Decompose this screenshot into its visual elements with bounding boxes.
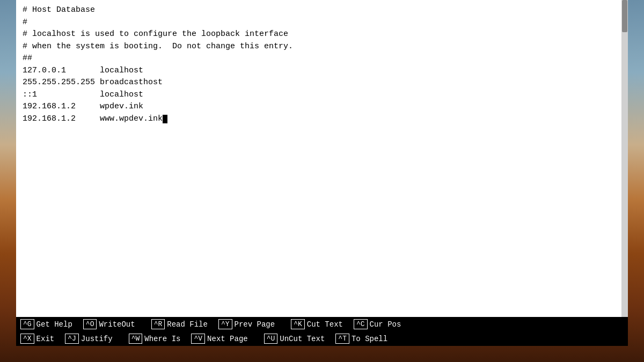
label-justify: Justify xyxy=(81,335,113,343)
key-writeout: ^O xyxy=(83,319,97,329)
label-where-is: Where Is xyxy=(144,335,180,343)
text-cursor xyxy=(163,115,167,123)
key-cut-text: ^K xyxy=(291,319,305,329)
label-cut-text: Cut Text xyxy=(307,320,343,329)
key-justify: ^J xyxy=(65,334,79,344)
cmd-writeout[interactable]: ^O WriteOut xyxy=(83,319,135,329)
key-read-file: ^R xyxy=(151,319,165,329)
cmd-cut-text[interactable]: ^K Cut Text xyxy=(291,319,343,329)
label-uncut-text: UnCut Text xyxy=(280,335,325,343)
cmd-uncut-text[interactable]: ^U UnCut Text xyxy=(264,334,325,344)
key-uncut-text: ^U xyxy=(264,334,278,344)
editor-content[interactable]: # Host Database # # localhost is used to… xyxy=(16,0,628,317)
label-to-spell: To Spell xyxy=(352,335,387,343)
key-get-help: ^G xyxy=(20,319,34,329)
bottom-row-2: ^X Exit ^J Justify ^W Where Is ^V Next P… xyxy=(16,331,628,346)
bottom-bar: ^G Get Help ^O WriteOut ^R Read File ^Y … xyxy=(16,317,628,346)
cmd-justify[interactable]: ^J Justify xyxy=(65,334,112,344)
key-prev-page: ^Y xyxy=(218,319,232,329)
scrollbar-thumb[interactable] xyxy=(622,0,627,32)
editor-window: # Host Database # # localhost is used to… xyxy=(16,0,628,333)
key-next-page: ^V xyxy=(191,334,205,344)
cmd-exit[interactable]: ^X Exit xyxy=(20,334,54,344)
cmd-where-is[interactable]: ^W Where Is xyxy=(129,334,181,344)
cmd-read-file[interactable]: ^R Read File xyxy=(151,319,208,329)
label-cur-pos: Cur Pos xyxy=(370,320,401,329)
label-writeout: WriteOut xyxy=(99,320,135,329)
key-exit: ^X xyxy=(20,334,34,344)
key-cur-pos: ^C xyxy=(354,319,368,329)
key-where-is: ^W xyxy=(129,334,143,344)
cmd-prev-page[interactable]: ^Y Prev Page xyxy=(218,319,275,329)
bottom-row-1: ^G Get Help ^O WriteOut ^R Read File ^Y … xyxy=(16,317,628,331)
label-get-help: Get Help xyxy=(36,320,72,329)
key-to-spell: ^T xyxy=(335,334,349,344)
cmd-get-help[interactable]: ^G Get Help xyxy=(20,319,72,329)
editor-text: # Host Database # # localhost is used to… xyxy=(23,4,621,125)
cmd-cur-pos[interactable]: ^C Cur Pos xyxy=(354,319,401,329)
scrollbar[interactable] xyxy=(621,0,628,317)
label-read-file: Read File xyxy=(167,320,208,329)
label-next-page: Next Page xyxy=(207,335,248,343)
label-exit: Exit xyxy=(36,335,55,343)
cmd-next-page[interactable]: ^V Next Page xyxy=(191,334,247,344)
label-prev-page: Prev Page xyxy=(235,320,275,329)
cmd-to-spell[interactable]: ^T To Spell xyxy=(335,334,387,344)
